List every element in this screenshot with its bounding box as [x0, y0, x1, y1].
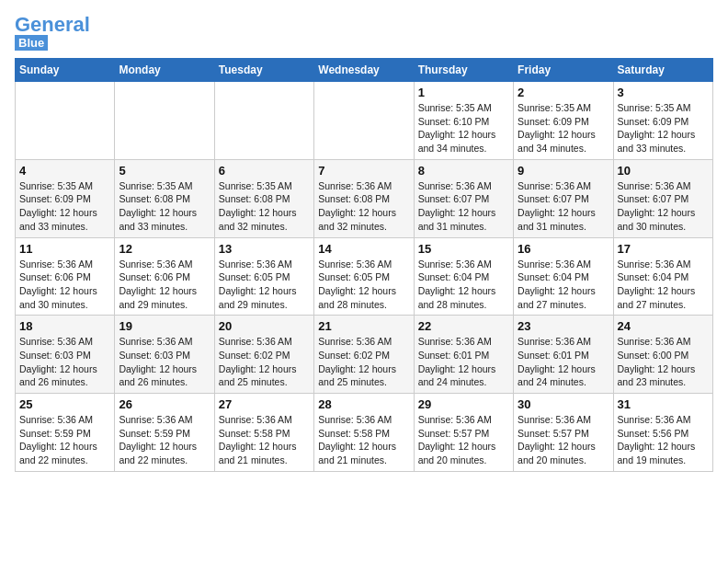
day-number: 24 [618, 319, 709, 333]
weekday-header-thursday: Thursday [414, 59, 513, 82]
calendar-cell [115, 82, 214, 160]
day-info: Sunrise: 5:36 AM Sunset: 6:01 PM Dayligh… [418, 335, 509, 389]
weekday-header-row: SundayMondayTuesdayWednesdayThursdayFrid… [16, 59, 713, 82]
calendar-cell: 15Sunrise: 5:36 AM Sunset: 6:04 PM Dayli… [414, 237, 513, 316]
day-number: 3 [618, 86, 709, 99]
weekday-header-sunday: Sunday [16, 59, 115, 82]
calendar-cell [214, 82, 313, 160]
day-info: Sunrise: 5:36 AM Sunset: 6:07 PM Dayligh… [418, 179, 509, 234]
calendar-cell: 18Sunrise: 5:36 AM Sunset: 6:03 PM Dayli… [16, 316, 115, 394]
day-info: Sunrise: 5:36 AM Sunset: 6:06 PM Dayligh… [19, 258, 110, 312]
week-row-2: 4Sunrise: 5:35 AM Sunset: 6:09 PM Daylig… [16, 159, 713, 237]
logo-blue-label: Blue [15, 35, 48, 51]
calendar-cell: 12Sunrise: 5:36 AM Sunset: 6:06 PM Dayli… [115, 237, 214, 316]
day-info: Sunrise: 5:35 AM Sunset: 6:09 PM Dayligh… [518, 101, 609, 155]
calendar-cell: 10Sunrise: 5:36 AM Sunset: 6:07 PM Dayli… [613, 159, 712, 237]
day-info: Sunrise: 5:36 AM Sunset: 6:08 PM Dayligh… [318, 179, 409, 234]
calendar-cell: 23Sunrise: 5:36 AM Sunset: 6:01 PM Dayli… [514, 316, 613, 394]
day-info: Sunrise: 5:35 AM Sunset: 6:08 PM Dayligh… [219, 179, 310, 234]
logo-text: General [15, 15, 90, 35]
day-info: Sunrise: 5:35 AM Sunset: 6:09 PM Dayligh… [618, 101, 709, 155]
calendar-table: SundayMondayTuesdayWednesdayThursdayFrid… [15, 58, 713, 472]
calendar-cell: 13Sunrise: 5:36 AM Sunset: 6:05 PM Dayli… [214, 237, 313, 316]
day-number: 2 [518, 86, 609, 99]
day-info: Sunrise: 5:36 AM Sunset: 6:04 PM Dayligh… [518, 258, 609, 312]
day-number: 20 [219, 319, 310, 333]
calendar-cell: 14Sunrise: 5:36 AM Sunset: 6:05 PM Dayli… [314, 237, 414, 316]
weekday-header-friday: Friday [514, 59, 613, 82]
calendar-cell: 8Sunrise: 5:36 AM Sunset: 6:07 PM Daylig… [414, 159, 513, 237]
day-info: Sunrise: 5:36 AM Sunset: 5:58 PM Dayligh… [318, 413, 409, 467]
day-info: Sunrise: 5:36 AM Sunset: 6:07 PM Dayligh… [618, 179, 709, 234]
calendar-cell: 22Sunrise: 5:36 AM Sunset: 6:01 PM Dayli… [414, 316, 513, 394]
calendar-cell: 20Sunrise: 5:36 AM Sunset: 6:02 PM Dayli… [214, 316, 313, 394]
calendar-cell: 2Sunrise: 5:35 AM Sunset: 6:09 PM Daylig… [514, 82, 613, 160]
calendar-cell: 7Sunrise: 5:36 AM Sunset: 6:08 PM Daylig… [314, 159, 414, 237]
calendar-cell: 3Sunrise: 5:35 AM Sunset: 6:09 PM Daylig… [613, 82, 712, 160]
day-number: 11 [19, 242, 110, 256]
calendar-cell: 19Sunrise: 5:36 AM Sunset: 6:03 PM Dayli… [115, 316, 214, 394]
day-info: Sunrise: 5:36 AM Sunset: 5:57 PM Dayligh… [418, 413, 509, 467]
calendar-cell: 16Sunrise: 5:36 AM Sunset: 6:04 PM Dayli… [514, 237, 613, 316]
weekday-header-saturday: Saturday [613, 59, 712, 82]
calendar-cell: 30Sunrise: 5:36 AM Sunset: 5:57 PM Dayli… [514, 394, 613, 472]
day-number: 17 [618, 242, 709, 256]
day-info: Sunrise: 5:36 AM Sunset: 6:04 PM Dayligh… [618, 258, 709, 312]
calendar-cell: 6Sunrise: 5:35 AM Sunset: 6:08 PM Daylig… [214, 159, 313, 237]
day-info: Sunrise: 5:36 AM Sunset: 6:07 PM Dayligh… [518, 179, 609, 234]
calendar-cell: 28Sunrise: 5:36 AM Sunset: 5:58 PM Dayli… [314, 394, 414, 472]
day-number: 14 [318, 242, 409, 256]
calendar-cell: 31Sunrise: 5:36 AM Sunset: 5:56 PM Dayli… [613, 394, 712, 472]
day-info: Sunrise: 5:36 AM Sunset: 6:03 PM Dayligh… [19, 335, 110, 389]
day-number: 12 [119, 242, 210, 256]
day-info: Sunrise: 5:36 AM Sunset: 5:59 PM Dayligh… [19, 413, 110, 467]
day-info: Sunrise: 5:36 AM Sunset: 6:05 PM Dayligh… [318, 258, 409, 312]
calendar-cell: 1Sunrise: 5:35 AM Sunset: 6:10 PM Daylig… [414, 82, 513, 160]
weekday-header-monday: Monday [115, 59, 214, 82]
day-info: Sunrise: 5:36 AM Sunset: 6:04 PM Dayligh… [418, 258, 509, 312]
calendar-cell: 5Sunrise: 5:35 AM Sunset: 6:08 PM Daylig… [115, 159, 214, 237]
page-header: General Blue [15, 15, 713, 51]
calendar-cell: 24Sunrise: 5:36 AM Sunset: 6:00 PM Dayli… [613, 316, 712, 394]
day-info: Sunrise: 5:35 AM Sunset: 6:10 PM Dayligh… [418, 101, 509, 155]
day-number: 16 [518, 242, 609, 256]
day-number: 4 [19, 164, 110, 178]
week-row-4: 18Sunrise: 5:36 AM Sunset: 6:03 PM Dayli… [16, 316, 713, 394]
logo: General Blue [15, 15, 90, 51]
calendar-cell: 9Sunrise: 5:36 AM Sunset: 6:07 PM Daylig… [514, 159, 613, 237]
day-number: 28 [318, 397, 409, 411]
day-info: Sunrise: 5:36 AM Sunset: 5:57 PM Dayligh… [518, 413, 609, 467]
day-number: 31 [618, 397, 709, 411]
day-number: 23 [518, 319, 609, 333]
day-info: Sunrise: 5:36 AM Sunset: 5:58 PM Dayligh… [219, 413, 310, 467]
calendar-cell: 26Sunrise: 5:36 AM Sunset: 5:59 PM Dayli… [115, 394, 214, 472]
day-number: 27 [219, 397, 310, 411]
day-number: 13 [219, 242, 310, 256]
day-number: 30 [518, 397, 609, 411]
calendar-cell: 27Sunrise: 5:36 AM Sunset: 5:58 PM Dayli… [214, 394, 313, 472]
week-row-1: 1Sunrise: 5:35 AM Sunset: 6:10 PM Daylig… [16, 82, 713, 160]
day-number: 15 [418, 242, 509, 256]
day-number: 8 [418, 164, 509, 178]
calendar-cell: 29Sunrise: 5:36 AM Sunset: 5:57 PM Dayli… [414, 394, 513, 472]
day-info: Sunrise: 5:35 AM Sunset: 6:09 PM Dayligh… [19, 179, 110, 234]
week-row-5: 25Sunrise: 5:36 AM Sunset: 5:59 PM Dayli… [16, 394, 713, 472]
week-row-3: 11Sunrise: 5:36 AM Sunset: 6:06 PM Dayli… [16, 237, 713, 316]
calendar-cell: 17Sunrise: 5:36 AM Sunset: 6:04 PM Dayli… [613, 237, 712, 316]
day-number: 22 [418, 319, 509, 333]
day-info: Sunrise: 5:36 AM Sunset: 6:05 PM Dayligh… [219, 258, 310, 312]
day-number: 25 [19, 397, 110, 411]
day-number: 1 [418, 86, 509, 99]
day-info: Sunrise: 5:36 AM Sunset: 5:59 PM Dayligh… [119, 413, 210, 467]
day-info: Sunrise: 5:36 AM Sunset: 6:01 PM Dayligh… [518, 335, 609, 389]
day-number: 5 [119, 164, 210, 178]
day-number: 9 [518, 164, 609, 178]
weekday-header-wednesday: Wednesday [314, 59, 414, 82]
day-number: 10 [618, 164, 709, 178]
logo-general: General [15, 13, 90, 36]
day-number: 6 [219, 164, 310, 178]
day-info: Sunrise: 5:36 AM Sunset: 6:02 PM Dayligh… [318, 335, 409, 389]
day-number: 21 [318, 319, 409, 333]
day-number: 29 [418, 397, 509, 411]
day-info: Sunrise: 5:36 AM Sunset: 6:00 PM Dayligh… [618, 335, 709, 389]
